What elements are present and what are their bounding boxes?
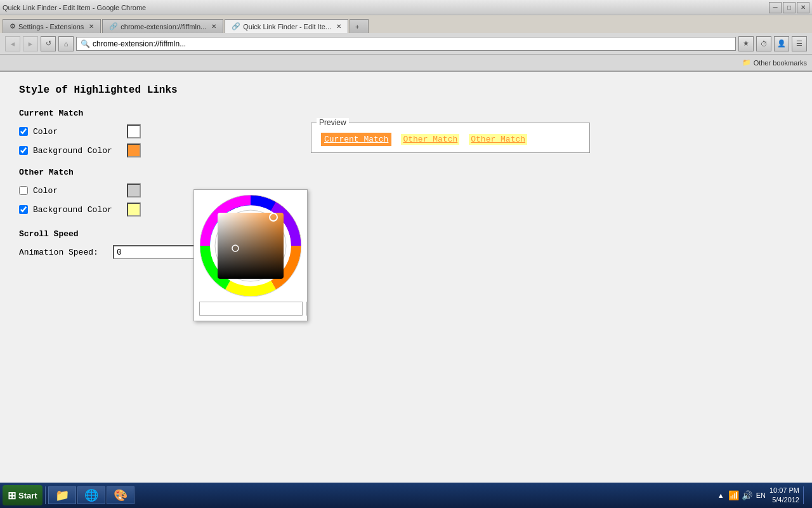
- hex-input-row: #ff9632: [199, 302, 302, 316]
- other-match-color-row: Color: [19, 184, 793, 197]
- preview-label: Preview: [317, 118, 349, 127]
- tab-label: Quick Link Finder - Edit Ite...: [243, 23, 331, 30]
- color-wheel-svg[interactable]: [200, 195, 301, 297]
- tab-favicon: 🔗: [232, 22, 240, 30]
- forward-button[interactable]: ►: [23, 36, 38, 51]
- preview-container: Preview Current Match Other Match Other …: [311, 123, 590, 153]
- other-match-bg-swatch[interactable]: [127, 203, 141, 217]
- other-match-preview-1: Other Match: [401, 134, 459, 145]
- scroll-speed-section: Scroll Speed Animation Speed: millisecon…: [19, 229, 793, 259]
- tab-settings-extensions[interactable]: ⚙ Settings - Extensions ✕: [3, 19, 101, 33]
- color-picker-popup: #ff9632: [193, 189, 308, 321]
- bookmarks-bar: 📁 Other bookmarks: [0, 55, 812, 71]
- tab-label: chrome-extension://fiffmln...: [121, 23, 206, 30]
- other-match-label: Other Match: [19, 168, 793, 177]
- other-match-bg-row: Background Color: [19, 203, 793, 217]
- search-icon: 🔍: [81, 39, 90, 48]
- other-match-bg-label: Background Color: [33, 205, 122, 215]
- current-match-bg-label: Background Color: [33, 146, 122, 156]
- title-bar-controls: ─ □ ✕: [769, 2, 809, 13]
- page-title: Style of Highlighted Links: [19, 84, 793, 96]
- reload-button[interactable]: ↺: [41, 36, 56, 51]
- address-bar[interactable]: 🔍: [76, 37, 736, 51]
- scroll-speed-label: Scroll Speed: [19, 229, 793, 239]
- other-bookmarks[interactable]: 📁 Other bookmarks: [742, 58, 807, 67]
- history-button[interactable]: ⏱: [756, 36, 771, 51]
- current-match-bg-swatch[interactable]: [127, 144, 141, 157]
- page-content: Style of Highlighted Links Current Match…: [0, 72, 812, 483]
- current-match-preview: Current Match: [321, 133, 391, 146]
- animation-speed-input[interactable]: [113, 245, 195, 259]
- other-bookmarks-label: Other bookmarks: [754, 59, 807, 67]
- tab-close-icon[interactable]: ✕: [89, 23, 94, 30]
- current-match-color-checkbox[interactable]: [19, 127, 28, 136]
- star-button[interactable]: ★: [738, 36, 754, 51]
- other-match-preview-2: Other Match: [469, 134, 527, 145]
- taskbar: ⊞ Start 📁 🌐 🎨 ▲ 📶 🔊 EN 10:07 PM 5/4/2012: [0, 483, 812, 483]
- tab-close-icon[interactable]: ✕: [211, 23, 216, 30]
- new-tab-button[interactable]: +: [350, 19, 369, 33]
- tab-chrome-extension[interactable]: 🔗 chrome-extension://fiffmln... ✕: [102, 19, 223, 33]
- preview-items: Current Match Other Match Other Match: [321, 133, 580, 146]
- other-match-color-checkbox[interactable]: [19, 186, 28, 195]
- title-bar-left: Quick Link Finder - Edit Item - Google C…: [3, 4, 146, 11]
- home-button[interactable]: ⌂: [58, 36, 74, 51]
- animation-row: Animation Speed: milliseconds: [19, 245, 793, 259]
- tab-quick-link-finder[interactable]: 🔗 Quick Link Finder - Edit Ite... ✕: [225, 19, 348, 33]
- hex-input[interactable]: #ff9632: [199, 302, 303, 316]
- color-wheel-container[interactable]: [200, 195, 301, 297]
- maximize-button[interactable]: □: [783, 2, 796, 13]
- address-input[interactable]: [93, 39, 731, 48]
- current-match-color-label: Color: [33, 127, 122, 137]
- tab-bar: ⚙ Settings - Extensions ✕ 🔗 chrome-exten…: [0, 15, 812, 33]
- user-button[interactable]: 👤: [774, 36, 789, 51]
- animation-speed-label: Animation Speed:: [19, 248, 108, 257]
- folder-icon: 📁: [742, 58, 751, 67]
- menu-button[interactable]: ☰: [792, 36, 807, 51]
- other-match-color-swatch[interactable]: [127, 184, 141, 197]
- current-match-label: Current Match: [19, 109, 793, 118]
- back-button[interactable]: ◄: [5, 36, 20, 51]
- other-match-section: Other Match Color Background Color: [19, 168, 793, 217]
- tab-close-icon[interactable]: ✕: [336, 23, 341, 30]
- tab-favicon: ⚙: [10, 22, 16, 30]
- other-match-bg-checkbox[interactable]: [19, 205, 28, 214]
- nav-bar: ◄ ► ↺ ⌂ 🔍 ★ ⏱ 👤 ☰: [0, 33, 812, 55]
- title-bar: Quick Link Finder - Edit Item - Google C…: [0, 0, 812, 15]
- current-match-bg-checkbox[interactable]: [19, 146, 28, 155]
- current-match-color-swatch[interactable]: [127, 124, 141, 138]
- window-title: Quick Link Finder - Edit Item - Google C…: [3, 4, 146, 11]
- color-preview-bar: [306, 302, 308, 316]
- close-button[interactable]: ✕: [797, 2, 809, 13]
- tab-label: Settings - Extensions: [18, 23, 84, 30]
- browser-chrome: Quick Link Finder - Edit Item - Google C…: [0, 0, 812, 72]
- other-match-color-label: Color: [33, 186, 122, 196]
- minimize-button[interactable]: ─: [769, 2, 782, 13]
- tab-favicon: 🔗: [109, 22, 118, 30]
